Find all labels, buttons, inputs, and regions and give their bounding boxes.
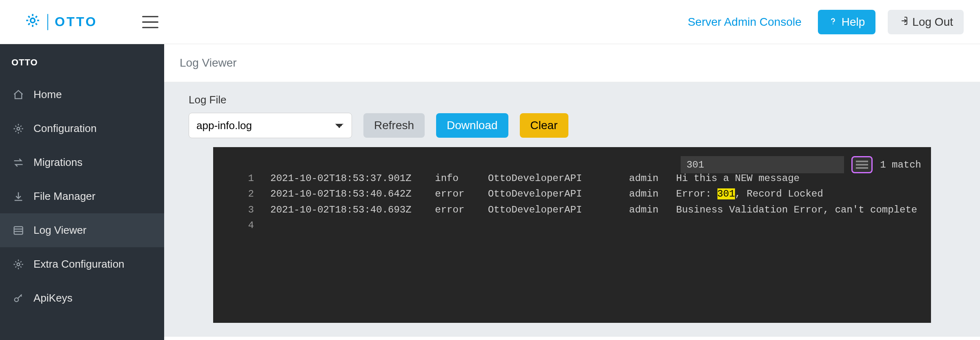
list-icon [12, 224, 24, 237]
brand-logo: OTTO [24, 12, 97, 32]
svg-point-4 [833, 23, 833, 24]
refresh-button[interactable]: Refresh [363, 113, 425, 138]
logout-icon [898, 16, 908, 29]
svg-point-5 [17, 127, 20, 130]
menu-toggle[interactable] [142, 16, 158, 29]
line-number: 3 [229, 202, 254, 218]
logout-label: Log Out [912, 16, 953, 29]
download-button[interactable]: Download [436, 113, 508, 138]
brand-text: OTTO [55, 14, 97, 29]
home-icon [12, 89, 24, 101]
sidebar-item-label: File Manager [33, 190, 96, 203]
gear-icon [12, 258, 24, 271]
line-content: 2021-10-02T18:53:40.642Z error OttoDevel… [270, 186, 823, 202]
svg-point-9 [17, 263, 20, 266]
log-viewer: 1 match 12021-10-02T18:53:37.901Z info O… [213, 147, 931, 323]
breadcrumb: Log Viewer [164, 44, 980, 82]
log-search-input[interactable] [681, 156, 844, 173]
clear-button[interactable]: Clear [520, 113, 568, 138]
sidebar-item-home[interactable]: Home [0, 78, 164, 112]
svg-point-10 [15, 298, 18, 301]
svg-rect-6 [14, 226, 23, 234]
help-label: Help [842, 16, 865, 29]
log-file-select[interactable]: app-info.log [189, 113, 352, 138]
line-number: 4 [229, 218, 254, 233]
logout-button[interactable]: Log Out [888, 10, 964, 34]
sidebar-item-migrations[interactable]: Migrations [0, 145, 164, 179]
log-line: 32021-10-02T18:53:40.693Z error OttoDeve… [229, 202, 931, 218]
svg-point-0 [31, 18, 35, 22]
log-line: 4 [229, 218, 931, 233]
logo-divider [47, 14, 48, 30]
download-icon [12, 190, 24, 203]
sidebar-title: OTTO [0, 54, 164, 78]
sidebar-item-apikeys[interactable]: ApiKeys [0, 281, 164, 315]
controls-bar: Log File app-info.log Refresh Download C… [164, 82, 980, 337]
file-select-label: Log File [189, 94, 956, 106]
sidebar-item-label: Home [33, 88, 62, 101]
sidebar-item-configuration[interactable]: Configuration [0, 112, 164, 145]
log-line: 22021-10-02T18:53:40.642Z error OttoDeve… [229, 186, 931, 202]
key-icon [12, 292, 24, 304]
highlight-color-button[interactable] [851, 156, 873, 173]
sidebar-item-extra-configuration[interactable]: Extra Configuration [0, 247, 164, 281]
line-content: 2021-10-02T18:53:40.693Z error OttoDevel… [270, 202, 917, 218]
sidebar-item-label: Configuration [33, 122, 97, 135]
line-number: 1 [229, 171, 254, 186]
line-number: 2 [229, 186, 254, 202]
sidebar-item-file-manager[interactable]: File Manager [0, 179, 164, 213]
sidebar-item-label: Migrations [33, 156, 82, 169]
sidebar: OTTO HomeConfigurationMigrationsFile Man… [0, 44, 164, 340]
sidebar-item-label: ApiKeys [33, 292, 72, 304]
question-icon [829, 16, 837, 29]
help-button[interactable]: Help [818, 10, 876, 34]
gear-icon [12, 123, 24, 135]
topbar: OTTO Server Admin Console Help Log Out [0, 0, 980, 44]
admin-console-link[interactable]: Server Admin Console [688, 16, 802, 29]
main-panel: Log Viewer Log File app-info.log Refresh… [164, 44, 980, 340]
sidebar-item-log-viewer[interactable]: Log Viewer [0, 213, 164, 247]
match-count: 1 match [880, 159, 921, 170]
sidebar-item-label: Log Viewer [33, 224, 87, 237]
gear-icon [24, 12, 41, 32]
sidebar-item-label: Extra Configuration [33, 258, 125, 271]
swap-icon [12, 157, 24, 169]
